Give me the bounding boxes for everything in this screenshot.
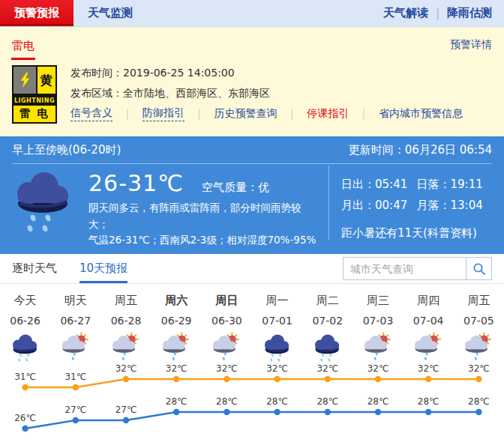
moonrise: 月出：00:47: [341, 199, 417, 213]
sun-shower-icon: [160, 332, 193, 363]
city-search-input[interactable]: [343, 257, 466, 280]
search-icon: [472, 262, 486, 276]
today-body: 26-31℃ 空气质量：优 阴天间多云，有阵雨或雷阵雨，部分时间雨势较大； 气温…: [12, 164, 492, 249]
warning-body: 黄 LIGHTNING 雷 电 发布时间：2019-06-25 14:05:00…: [12, 65, 492, 124]
warning-detail-link[interactable]: 预警详情: [450, 38, 492, 60]
low-temp-label: 28℃: [418, 396, 440, 407]
sunset: 日落：19:11: [417, 178, 493, 192]
forecast-day-column[interactable]: 周四07-04: [404, 294, 454, 363]
warning-panel: 雷电 预警详情 黄 LIGHTNING 雷 电 发布时间：2019-06-25 …: [0, 27, 504, 136]
link-separator: ｜: [122, 107, 133, 121]
low-temp-point: [425, 409, 431, 415]
high-temp-point: [73, 384, 79, 390]
update-time: 更新时间：06月26日 06:54: [349, 143, 492, 157]
forecast-day-column[interactable]: 周五07-05: [454, 294, 504, 363]
link-defense-guide[interactable]: 防御指引: [142, 106, 184, 121]
high-temp-label: 32℃: [418, 363, 440, 374]
weather-description-line1: 阴天间多云，有阵雨或雷阵雨，部分时间雨势较大；: [88, 200, 318, 232]
link-rain-estimation[interactable]: 降雨估测: [447, 6, 492, 20]
publish-area-value: 全市陆地、西部海区、东部海区: [123, 87, 270, 99]
forecast-day-column[interactable]: 明天06-27: [50, 294, 100, 363]
low-temp-point: [224, 409, 230, 415]
warning-type-tab[interactable]: 雷电: [12, 39, 34, 60]
high-temp-label: 31℃: [14, 372, 36, 382]
publish-area-label: 发布区域：: [70, 87, 123, 99]
low-temp-label: 28℃: [216, 396, 238, 407]
day-weather-icon: [100, 332, 151, 363]
forecast-day-column[interactable]: 周五06-28: [100, 294, 151, 363]
day-name: 周四: [404, 294, 454, 308]
high-temp-point: [375, 376, 381, 382]
low-temp-point: [375, 409, 381, 415]
link-separator: ｜: [358, 107, 369, 121]
low-temp-label: 28℃: [368, 396, 389, 407]
sun-shower-icon: [59, 332, 92, 363]
air-quality-label: 空气质量：: [202, 181, 258, 194]
day-weather-icon: [454, 332, 504, 363]
high-temp-point: [224, 376, 230, 382]
high-temp-point: [123, 376, 129, 382]
air-quality-value: 优: [258, 181, 269, 194]
publish-time-value: 2019-06-25 14:05:00: [123, 67, 235, 79]
forecast-day-column[interactable]: 周一07-01: [252, 294, 302, 363]
tab-10day-forecast[interactable]: 10天预报: [80, 254, 128, 283]
link-weather-interpretation[interactable]: 天气解读: [383, 6, 428, 20]
warning-info: 发布时间：2019-06-25 14:05:00 发布区域：全市陆地、西部海区、…: [70, 65, 463, 124]
tab-hourly-weather[interactable]: 逐时天气: [12, 254, 57, 283]
day-name: 明天: [50, 294, 100, 308]
day-weather-icon: [0, 332, 50, 363]
publish-time-label: 发布时间：: [70, 67, 123, 79]
low-temp-point: [274, 409, 280, 415]
link-signal-meaning[interactable]: 信号含义: [70, 106, 112, 121]
link-warning-history[interactable]: 历史预警查询: [214, 107, 277, 121]
top-nav: 预警预报 天气监测 天气解读 | 降雨估测: [0, 0, 504, 27]
rain-icon: [311, 332, 344, 363]
day-date: 07-02: [302, 315, 352, 327]
low-temp-line: [26, 412, 479, 429]
low-temp-label: 28℃: [468, 396, 490, 407]
forecast-day-column[interactable]: 周二07-02: [302, 294, 352, 363]
day-date: 06-29: [152, 315, 202, 327]
low-temp-label: 26℃: [14, 413, 36, 423]
publish-area-row: 发布区域：全市陆地、西部海区、东部海区: [70, 87, 463, 100]
solar-term-countdown-link[interactable]: 距小暑还有11天(科普资料): [341, 226, 492, 240]
low-temp-point: [325, 409, 331, 415]
city-search: [343, 257, 492, 280]
day-date: 07-03: [352, 315, 403, 327]
weather-description-line2: 气温26-31℃；西南风2-3级；相对湿度70%-95%: [88, 232, 318, 249]
day-date: 07-01: [252, 315, 302, 327]
publish-time-row: 发布时间：2019-06-25 14:05:00: [70, 67, 463, 80]
low-temp-point: [73, 417, 79, 423]
link-class-suspension-guide[interactable]: 停课指引: [307, 107, 349, 121]
high-temp-label: 32℃: [468, 363, 490, 374]
tab-warning-forecast[interactable]: 预警预报: [0, 0, 74, 26]
moonset: 月落：13:04: [417, 199, 493, 213]
forecast-day-column[interactable]: 周六06-29: [152, 294, 202, 363]
low-temp-label: 28℃: [266, 396, 288, 407]
day-name: 今天: [0, 294, 50, 308]
today-main: 26-31℃ 空气质量：优 阴天间多云，有阵雨或雷阵雨，部分时间雨势较大； 气温…: [84, 164, 328, 249]
link-province-city-warnings[interactable]: 省内城市预警信息: [379, 107, 463, 121]
high-temp-label: 32℃: [316, 363, 338, 374]
high-temp-point: [173, 376, 179, 382]
tab-weather-monitor[interactable]: 天气监测: [74, 0, 147, 26]
day-name: 周二: [302, 294, 352, 308]
forecast-day-column[interactable]: 周三07-03: [352, 294, 403, 363]
warning-level-text: 黄: [38, 67, 56, 94]
day-weather-icon: [202, 332, 252, 363]
search-button[interactable]: [466, 257, 492, 280]
forecast-day-column[interactable]: 周日06-30: [202, 294, 252, 363]
day-name: 周日: [202, 294, 252, 308]
high-temp-point: [274, 376, 280, 382]
day-date: 07-05: [454, 315, 504, 327]
sun-moon-panel: 日出：05:41 日落：19:11 月出：00:47 月落：13:04 距小暑还…: [328, 166, 492, 240]
forecast-day-column[interactable]: 今天06-26: [0, 294, 50, 363]
day-weather-icon: [404, 332, 454, 363]
sun-shower-icon: [110, 332, 142, 363]
rain-cloud-icon: [12, 169, 84, 240]
low-temp-label: 28℃: [316, 396, 338, 407]
high-temp-label: 32℃: [116, 363, 137, 374]
link-separator: ｜: [286, 107, 297, 121]
day-name: 周五: [454, 294, 504, 308]
day-name: 周五: [100, 294, 151, 308]
